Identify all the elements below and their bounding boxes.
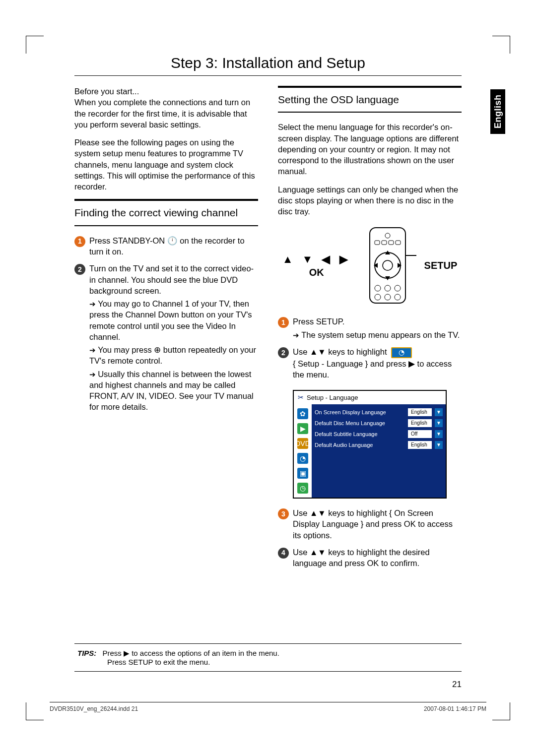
footer: DVDR3510V_eng_26244.indd 21 2007-08-01 1… bbox=[50, 702, 486, 712]
step-number-icon: 2 bbox=[74, 264, 85, 275]
crop-mark bbox=[492, 702, 510, 720]
globe-highlight-icon: ◔ bbox=[391, 347, 412, 358]
osd-menu-illustration: ✂ Setup - Language ✿ ▶ DVD ◔ ▣ ◷ bbox=[278, 386, 462, 507]
menu-row-value: Off bbox=[408, 430, 432, 438]
step-3-right: 3 Use ▲▼ keys to highlight { On Screen D… bbox=[278, 507, 462, 541]
svg-point-2 bbox=[383, 260, 393, 270]
step-number-icon: 2 bbox=[278, 347, 289, 358]
svg-point-7 bbox=[385, 233, 390, 238]
svg-rect-10 bbox=[389, 241, 394, 245]
step-1-right: 1 Press SETUP. The system setup menu app… bbox=[278, 316, 462, 340]
step-number-icon: 1 bbox=[278, 317, 289, 328]
menu-row-label: Default Disc Menu Language bbox=[315, 420, 405, 427]
step-text: Use ▲▼ keys to highlight { On Screen Dis… bbox=[293, 507, 462, 541]
step-1: 1 Press STANDBY-ON 🕛 on the recorder to … bbox=[74, 235, 258, 257]
svg-rect-11 bbox=[396, 241, 401, 245]
step-text-tail: { Setup - Language } and press ▶ to acce… bbox=[293, 358, 462, 380]
tips-line-1: Press ▶ to access the options of an item… bbox=[103, 649, 279, 657]
step-sub-a: You may go to Channel 1 of your TV, then… bbox=[89, 298, 258, 342]
step-2: 2 Turn on the TV and set it to the corre… bbox=[74, 263, 258, 412]
crop-mark bbox=[26, 36, 44, 54]
step-2-right: 2 Use ▲▼ keys to highlight ◔ { Setup - L… bbox=[278, 346, 462, 380]
menu-row: Default Audio Language English ▼ bbox=[315, 441, 443, 449]
svg-point-12 bbox=[375, 285, 381, 291]
step-4-right: 4 Use ▲▼ keys to highlight the desired l… bbox=[278, 547, 462, 569]
setup-label: SETUP bbox=[424, 259, 458, 272]
tips-box: TIPS: Press ▶ to access the options of a… bbox=[74, 643, 462, 672]
step-number-icon: 4 bbox=[278, 548, 289, 559]
step-text: Press STANDBY-ON 🕛 on the recorder to tu… bbox=[89, 235, 258, 257]
menu-row: On Screen Display Language English ▼ bbox=[315, 408, 443, 416]
osd-paragraph-1: Select the menu language for this record… bbox=[278, 122, 462, 177]
step-text: Press SETUP. bbox=[293, 316, 462, 327]
direction-arrows-icon: ▲ ▼ ◀ ▶ bbox=[282, 253, 351, 265]
menu-row-label: Default Audio Language bbox=[315, 441, 405, 449]
svg-marker-6 bbox=[398, 263, 402, 268]
svg-rect-8 bbox=[375, 241, 380, 245]
svg-point-15 bbox=[375, 294, 381, 300]
tv-icon: ▣ bbox=[297, 468, 308, 479]
right-column: Setting the OSD language Select the menu… bbox=[278, 86, 462, 574]
step-sub-c: Usually this channel is between the lowe… bbox=[89, 369, 258, 413]
step-sub-b: You may press ⊕ button repeatedly on you… bbox=[89, 344, 258, 367]
subheading-block: Finding the correct viewing channel bbox=[74, 199, 258, 226]
step-text: Use ▲▼ keys to highlight the desired lan… bbox=[293, 547, 462, 569]
menu-row: Default Disc Menu Language English ▼ bbox=[315, 419, 443, 427]
crop-mark bbox=[492, 36, 510, 54]
svg-marker-5 bbox=[374, 263, 378, 268]
step-number-icon: 3 bbox=[278, 508, 289, 519]
subheading: Setting the OSD language bbox=[278, 91, 462, 109]
remote-illustration: ▲ ▼ ◀ ▶ OK bbox=[278, 226, 462, 305]
intro-paragraph-2: Please see the following pages on using … bbox=[74, 137, 258, 192]
step-text: Turn on the TV and set it to the correct… bbox=[89, 263, 258, 296]
footer-file: DVDR3510V_eng_26244.indd 21 bbox=[50, 705, 138, 712]
svg-point-16 bbox=[385, 294, 391, 300]
page-number: 21 bbox=[452, 680, 462, 690]
page-title: Step 3: Installation and Setup bbox=[74, 55, 462, 76]
tools-icon: ✂ bbox=[298, 393, 304, 402]
menu-row-label: Default Subtitle Language bbox=[315, 431, 405, 438]
step-number-icon: 1 bbox=[74, 236, 85, 247]
crop-mark bbox=[26, 702, 44, 720]
ok-label: OK bbox=[282, 267, 351, 278]
dropdown-icon: ▼ bbox=[435, 441, 443, 449]
dropdown-icon: ▼ bbox=[435, 419, 443, 427]
left-column: Before you start... When you complete th… bbox=[74, 86, 258, 574]
subheading: Finding the correct viewing channel bbox=[74, 204, 258, 222]
clock-icon: ◷ bbox=[297, 483, 308, 494]
svg-point-1 bbox=[375, 252, 401, 278]
menu-row-value: English bbox=[408, 441, 432, 449]
svg-point-17 bbox=[395, 294, 401, 300]
step-sub: The system setup menu appears on the TV. bbox=[293, 329, 462, 340]
tips-line-2: Press SETUP to exit the menu. bbox=[77, 658, 459, 666]
dvd-icon: DVD bbox=[297, 438, 308, 449]
dropdown-icon: ▼ bbox=[435, 408, 443, 416]
gear-icon: ✿ bbox=[297, 408, 308, 419]
subheading-block: Setting the OSD language bbox=[278, 86, 462, 113]
step-text: Use ▲▼ keys to highlight bbox=[293, 347, 387, 356]
menu-row-value: English bbox=[408, 419, 432, 427]
remote-control-icon bbox=[358, 226, 417, 305]
menu-row: Default Subtitle Language Off ▼ bbox=[315, 430, 443, 438]
play-icon: ▶ bbox=[297, 423, 308, 434]
tips-label: TIPS: bbox=[77, 649, 96, 657]
dropdown-icon: ▼ bbox=[435, 430, 443, 438]
intro-paragraph-1: Before you start... When you complete th… bbox=[74, 86, 258, 130]
svg-point-13 bbox=[385, 285, 391, 291]
menu-row-label: On Screen Display Language bbox=[315, 409, 405, 416]
globe-icon: ◔ bbox=[297, 453, 308, 464]
svg-rect-9 bbox=[382, 241, 387, 245]
osd-paragraph-2: Language settings can only be changed wh… bbox=[278, 184, 462, 217]
content-area: Step 3: Installation and Setup Before yo… bbox=[50, 55, 486, 574]
manual-page: English Step 3: Installation and Setup B… bbox=[0, 0, 536, 756]
svg-point-14 bbox=[395, 285, 401, 291]
language-tab: English bbox=[490, 89, 505, 134]
menu-row-value: English bbox=[408, 408, 432, 416]
footer-timestamp: 2007-08-01 1:46:17 PM bbox=[424, 705, 486, 712]
menu-title: Setup - Language bbox=[307, 393, 358, 402]
